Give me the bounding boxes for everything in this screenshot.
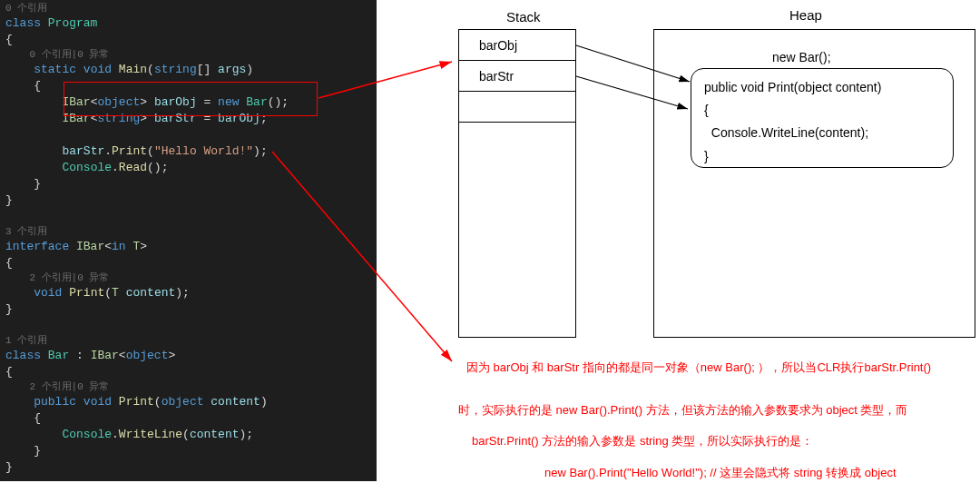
stack-cell-barstr: barStr: [459, 61, 575, 92]
heap-label: Heap: [789, 7, 822, 23]
method-main: Main: [119, 63, 147, 76]
highlight-box: [64, 82, 318, 116]
method-close: }: [704, 145, 940, 168]
heap-method-box: public void Print(object content) { Cons…: [691, 68, 954, 168]
ref-count: 0 个引用|0 异常: [29, 49, 109, 60]
kw-static-void: static void: [34, 63, 119, 76]
explain-line-3: barStr.Print() 方法的输入参数是 string 类型，所以实际执行…: [472, 433, 980, 449]
explain-line-4: new Bar().Print("Hello World!"); // 这里会隐…: [544, 465, 971, 481]
class-bar: Bar: [48, 349, 69, 362]
stack-cell-barobj: barObj: [459, 30, 575, 61]
method-body: Console.WriteLine(content);: [704, 122, 940, 144]
kw-class: class: [5, 16, 48, 30]
interface-ibar: IBar: [76, 240, 104, 253]
stack-label: Stack: [506, 9, 541, 25]
ref-count: 0 个引用: [5, 3, 47, 14]
method-sig: public void Print(object content): [704, 76, 940, 99]
explain-line-2: 时，实际执行的是 new Bar().Print() 方法，但该方法的输入参数要…: [458, 402, 966, 419]
method-open: {: [704, 99, 940, 122]
code-editor: 0 个引用 class Program { 0 个引用|0 异常 static …: [0, 0, 377, 481]
ref-count: 3 个引用: [5, 226, 47, 237]
ref-count: 2 个引用|0 异常: [29, 272, 109, 283]
ref-count: 2 个引用|0 异常: [29, 381, 109, 392]
class-program: Program: [48, 16, 98, 30]
stack-cell-empty: [459, 92, 575, 123]
stack-box: barObj barStr: [458, 29, 576, 338]
explain-line-1: 因为 barObj 和 barStr 指向的都是同一对象（new Bar(); …: [466, 360, 975, 376]
ref-count: 1 个引用: [5, 335, 47, 346]
heap-newbar-label: new Bar();: [772, 50, 831, 64]
heap-box: new Bar(); public void Print(object cont…: [653, 29, 975, 338]
brace: {: [5, 33, 13, 46]
